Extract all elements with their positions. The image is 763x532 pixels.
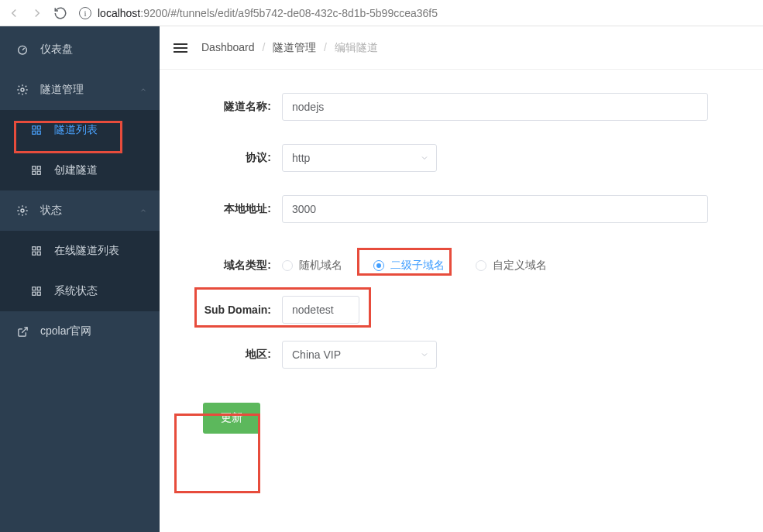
svg-rect-12 [37,247,40,250]
sidebar: 仪表盘 隧道管理 隧道列表 创建隧道 状态 [0,26,160,532]
grid-icon [29,163,43,177]
grid-icon [29,284,43,298]
external-link-icon [15,324,29,338]
breadcrumb-dashboard[interactable]: Dashboard [201,41,255,53]
sidebar-item-tunnel-list[interactable]: 隧道列表 [0,110,160,150]
protocol-select[interactable] [282,144,437,172]
domain-type-radio-group: 随机域名 二级子域名 自定义域名 [282,259,547,273]
sidebar-label: 创建隧道 [54,163,98,177]
radio-icon [373,260,384,271]
svg-rect-9 [37,171,40,174]
sidebar-item-tunnel-create[interactable]: 创建隧道 [0,150,160,190]
sidebar-label: 状态 [40,204,62,218]
svg-rect-5 [37,131,40,134]
svg-rect-15 [33,287,36,290]
breadcrumb: Dashboard / 隧道管理 / 编辑隧道 [201,41,378,55]
radio-random-domain[interactable]: 随机域名 [282,259,342,273]
sidebar-label: cpolar官网 [40,324,91,338]
sidebar-item-dashboard[interactable]: 仪表盘 [0,29,160,70]
sidebar-label: 隧道管理 [40,83,84,97]
gear-icon [15,204,29,218]
browser-url-bar[interactable]: i localhost:9200/#/tunnels/edit/a9f5b742… [76,7,757,19]
browser-chrome: i localhost:9200/#/tunnels/edit/a9f5b742… [0,0,763,26]
label-tunnel-name: 隧道名称: [175,100,282,114]
sub-domain-input[interactable] [282,296,359,324]
browser-forward-button[interactable] [29,5,45,21]
radio-custom-domain[interactable]: 自定义域名 [476,259,547,273]
sidebar-label: 隧道列表 [54,123,98,137]
breadcrumb-current: 编辑隧道 [335,41,378,53]
sidebar-item-tunnel-mgmt[interactable]: 隧道管理 [0,70,160,110]
svg-rect-6 [33,166,36,170]
radio-icon [476,260,486,271]
label-region: 地区: [175,348,282,362]
svg-rect-11 [33,247,36,250]
label-sub-domain: Sub Domain: [175,304,282,316]
svg-rect-14 [37,252,40,255]
topbar: Dashboard / 隧道管理 / 编辑隧道 [160,26,763,70]
sidebar-label: 系统状态 [54,284,98,298]
svg-rect-4 [33,131,36,134]
sidebar-label: 在线隧道列表 [54,244,119,258]
radio-icon [282,260,293,271]
sidebar-item-online-list[interactable]: 在线隧道列表 [0,231,160,271]
site-info-icon[interactable]: i [79,7,91,19]
update-button[interactable]: 更新 [203,403,260,434]
label-domain-type: 域名类型: [175,259,282,273]
svg-point-1 [21,88,24,91]
svg-rect-3 [37,126,40,129]
svg-rect-18 [37,292,40,295]
menu-toggle-button[interactable] [174,43,187,53]
tunnel-name-input[interactable] [282,93,708,121]
sidebar-item-sys-status[interactable]: 系统状态 [0,271,160,311]
gauge-icon [15,43,29,57]
sidebar-label: 仪表盘 [40,43,73,57]
svg-rect-8 [33,171,36,174]
grid-icon [29,244,43,258]
chevron-up-icon [139,86,147,94]
label-protocol: 协议: [175,151,282,165]
grid-icon [29,123,43,137]
breadcrumb-tunnel-mgmt[interactable]: 隧道管理 [273,41,316,53]
main-area: Dashboard / 隧道管理 / 编辑隧道 隧道名称: 协议: [160,26,763,532]
svg-rect-17 [33,292,36,295]
label-local-addr: 本地地址: [175,202,282,216]
radio-sub-domain[interactable]: 二级子域名 [373,259,445,273]
browser-reload-button[interactable] [53,5,68,21]
sidebar-item-status[interactable]: 状态 [0,190,160,231]
svg-point-10 [21,209,24,212]
svg-rect-16 [37,287,40,290]
sidebar-item-cpolar-site[interactable]: cpolar官网 [0,311,160,352]
svg-rect-7 [37,166,40,170]
gear-icon [15,83,29,97]
svg-rect-13 [33,252,36,255]
url-text: localhost:9200/#/tunnels/edit/a9f5b742-d… [98,7,438,19]
region-select[interactable] [282,341,437,369]
local-addr-input[interactable] [282,195,708,223]
browser-back-button[interactable] [6,5,22,21]
chevron-up-icon [139,207,147,215]
form: 隧道名称: 协议: 本地地址: 域名类型: [160,70,763,457]
svg-rect-2 [33,126,36,129]
